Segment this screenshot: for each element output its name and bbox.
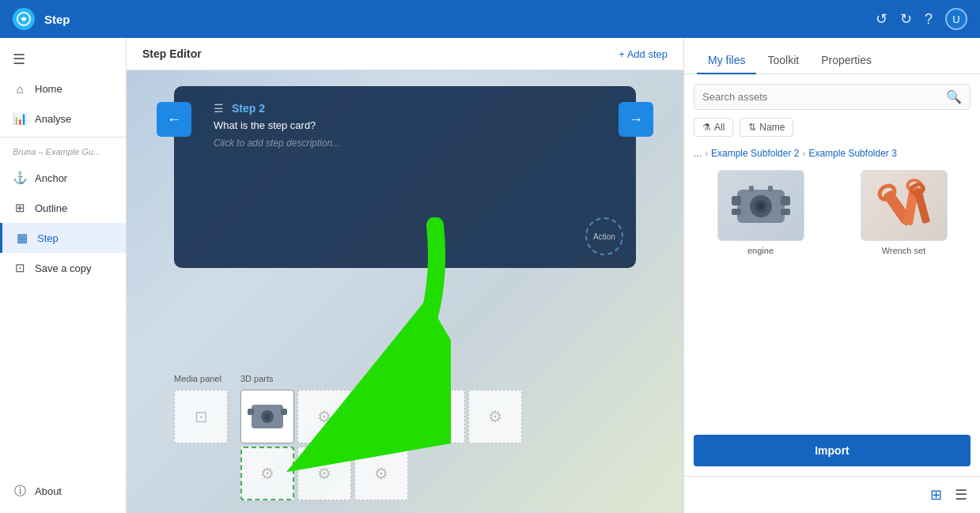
step-list-icon: ☰ bbox=[214, 102, 224, 115]
svg-point-5 bbox=[264, 413, 271, 420]
part-placeholder-icon: ⚙ bbox=[431, 407, 445, 426]
part-placeholder-icon: ⚙ bbox=[488, 407, 502, 426]
step-card-content: ☰ Step 2 What is the step card? Click to… bbox=[190, 102, 620, 149]
filter-all-label: All bbox=[714, 122, 725, 133]
asset-grid: engine bbox=[694, 170, 971, 427]
svg-rect-15 bbox=[749, 186, 754, 192]
tab-properties[interactable]: Properties bbox=[810, 47, 883, 74]
import-button[interactable]: Import bbox=[694, 435, 971, 466]
anchor-icon: ⚓ bbox=[13, 171, 27, 185]
about-icon: ⓘ bbox=[13, 484, 27, 499]
bottom-panels: Media panel ⊡ 3D parts bbox=[127, 361, 683, 513]
part-cell-2[interactable]: ⚙ bbox=[297, 390, 351, 443]
right-panel-footer: ⊞ ☰ bbox=[684, 476, 980, 513]
editor-header: Step Editor + Add step bbox=[127, 38, 683, 70]
part-placeholder-icon: ⚙ bbox=[260, 464, 274, 483]
action-circle[interactable]: Action bbox=[585, 217, 623, 255]
part-placeholder-icon: ⚙ bbox=[317, 407, 331, 426]
content-area: Step Editor + Add step ← → ☰ Step 2 What… bbox=[127, 38, 683, 513]
step-description[interactable]: Click to add step description... bbox=[214, 138, 596, 149]
sidebar-about-label: About bbox=[35, 485, 62, 497]
main-layout: ☰ ⌂ Home 📊 Analyse Bruna – Example Gu...… bbox=[0, 38, 980, 513]
sidebar-sub-label: Bruna – Example Gu... bbox=[0, 141, 126, 163]
media-placeholder-icon: ⊡ bbox=[195, 407, 208, 426]
breadcrumb-sep2: › bbox=[802, 148, 805, 159]
sidebar: ☰ ⌂ Home 📊 Analyse Bruna – Example Gu...… bbox=[0, 38, 127, 513]
list-view-icon[interactable]: ☰ bbox=[952, 483, 971, 507]
tab-toolkit[interactable]: Toolkit bbox=[756, 47, 810, 74]
sidebar-item-anchor[interactable]: ⚓ Anchor bbox=[0, 163, 126, 193]
undo-button[interactable]: ↺ bbox=[876, 10, 887, 28]
topbar: Step ↺ ↻ ? U bbox=[0, 0, 980, 38]
sidebar-item-step[interactable]: ▦ Step bbox=[0, 223, 126, 253]
sidebar-divider bbox=[0, 137, 126, 138]
parts-panel-grid: ⚙ ⚙ ⚙ ⚙ ⚙ bbox=[240, 390, 522, 500]
sidebar-item-label: Outline bbox=[35, 202, 67, 214]
part-cell-filled[interactable] bbox=[240, 390, 294, 443]
home-icon: ⌂ bbox=[13, 82, 27, 96]
svg-rect-9 bbox=[781, 196, 790, 206]
sort-button[interactable]: ⇅ Name bbox=[740, 118, 793, 137]
step-icon: ▦ bbox=[15, 231, 29, 245]
filter-row: ⚗ All ⇅ Name bbox=[694, 118, 971, 137]
part-cell-4[interactable]: ⚙ bbox=[411, 390, 465, 443]
right-panel-tabs: My files Toolkit Properties bbox=[684, 38, 980, 74]
svg-rect-16 bbox=[768, 186, 773, 192]
search-bar[interactable]: 🔍 bbox=[694, 84, 971, 110]
add-step-button[interactable]: + Add step bbox=[619, 48, 668, 60]
grid-view-icon[interactable]: ⊞ bbox=[927, 483, 945, 507]
sort-name-label: Name bbox=[759, 122, 785, 133]
breadcrumb: ... › Example Subfolder 2 › Example Subf… bbox=[694, 145, 971, 162]
breadcrumb-more[interactable]: ... bbox=[694, 148, 702, 159]
filter-button[interactable]: ⚗ All bbox=[694, 118, 733, 137]
save-icon: ⊡ bbox=[13, 261, 27, 275]
app-title: Step bbox=[44, 13, 866, 26]
asset-name-engine: engine bbox=[747, 246, 774, 255]
sidebar-item-home[interactable]: ⌂ Home bbox=[0, 74, 126, 104]
part-cell-5[interactable]: ⚙ bbox=[468, 390, 522, 443]
sidebar-item-about[interactable]: ⓘ About bbox=[0, 476, 126, 507]
next-step-button[interactable]: → bbox=[619, 102, 653, 137]
sidebar-item-save[interactable]: ⊡ Save a copy bbox=[0, 253, 126, 283]
breadcrumb-sep1: › bbox=[705, 148, 708, 159]
part-cell-7[interactable]: ⚙ bbox=[297, 447, 351, 500]
media-panel-grid: ⊡ bbox=[174, 390, 228, 443]
help-button[interactable]: ? bbox=[925, 11, 933, 28]
breadcrumb-folder2[interactable]: Example Subfolder 3 bbox=[808, 148, 896, 159]
3d-parts-section: 3D parts bbox=[240, 374, 522, 500]
asset-thumb-wrench bbox=[861, 170, 948, 241]
svg-rect-2 bbox=[248, 409, 254, 415]
sidebar-item-outline[interactable]: ⊞ Outline bbox=[0, 193, 126, 223]
part-cell-8[interactable]: ⚙ bbox=[354, 447, 408, 500]
part-cell-6[interactable]: ⚙ bbox=[240, 447, 294, 500]
step-number: Step 2 bbox=[232, 102, 265, 115]
step-card[interactable]: ← → ☰ Step 2 What is the step card? Clic… bbox=[174, 86, 636, 268]
step-subtitle[interactable]: What is the step card? bbox=[214, 119, 596, 131]
part-cell-3[interactable]: ⚙ bbox=[354, 390, 408, 443]
asset-item-wrench[interactable]: Wrench set bbox=[837, 170, 971, 427]
redo-button[interactable]: ↻ bbox=[900, 10, 912, 28]
part-placeholder-icon: ⚙ bbox=[374, 407, 388, 426]
app-logo bbox=[13, 8, 35, 30]
filter-icon: ⚗ bbox=[702, 122, 711, 133]
svg-rect-3 bbox=[281, 409, 287, 415]
engine-small-icon bbox=[244, 393, 291, 440]
asset-name-wrench: Wrench set bbox=[882, 246, 925, 255]
sidebar-item-label: Step bbox=[37, 232, 59, 244]
asset-item-engine[interactable]: engine bbox=[694, 170, 827, 427]
asset-thumb-engine bbox=[717, 170, 804, 241]
avatar[interactable]: U bbox=[945, 8, 967, 30]
media-panel-label: Media panel bbox=[174, 374, 228, 383]
search-input[interactable] bbox=[702, 91, 940, 103]
parts-panel-label: 3D parts bbox=[240, 374, 522, 383]
sidebar-item-analyse[interactable]: 📊 Analyse bbox=[0, 104, 126, 134]
breadcrumb-folder1[interactable]: Example Subfolder 2 bbox=[711, 148, 799, 159]
prev-step-button[interactable]: ← bbox=[157, 102, 191, 137]
sidebar-hamburger[interactable]: ☰ bbox=[0, 44, 126, 74]
sort-icon: ⇅ bbox=[748, 122, 756, 133]
media-cell[interactable]: ⊡ bbox=[174, 390, 228, 443]
sidebar-item-label: Home bbox=[35, 83, 62, 95]
svg-rect-8 bbox=[732, 196, 741, 206]
tab-my-files[interactable]: My files bbox=[697, 47, 756, 74]
search-icon: 🔍 bbox=[946, 89, 962, 104]
